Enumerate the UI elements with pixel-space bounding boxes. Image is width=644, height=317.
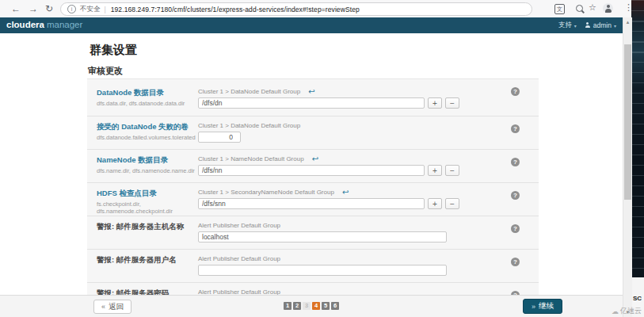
reset-to-default-icon[interactable]: ↩ bbox=[308, 89, 314, 95]
watermark-text: 亿速云 bbox=[620, 306, 642, 316]
continue-button-label: 继续 bbox=[539, 301, 554, 311]
remove-value-button[interactable]: − bbox=[445, 165, 459, 176]
scrollbar-thumb[interactable] bbox=[624, 44, 631, 200]
setting-value-input[interactable] bbox=[198, 198, 425, 209]
reset-to-default-icon[interactable]: ↩ bbox=[342, 189, 349, 196]
setting-row: DataNode 数据目录 dfs.data.dir, dfs.datanode… bbox=[87, 79, 539, 116]
page-title: 群集设置 bbox=[90, 43, 137, 58]
setting-label-link[interactable]: DataNode 数据目录 bbox=[97, 88, 198, 98]
setting-value-column: Cluster 1 > NameNode Default Group ↩ + − bbox=[198, 150, 539, 182]
watermark: ☁ 亿速云 bbox=[612, 306, 642, 316]
wizard-step-6[interactable]: 6 bbox=[331, 302, 339, 310]
setting-label-link[interactable]: 接受的 DataNode 失败的卷 bbox=[97, 122, 198, 132]
help-icon[interactable]: ? bbox=[511, 87, 520, 96]
remove-value-button[interactable]: − bbox=[445, 97, 459, 109]
wizard-step-pagination: 123456 bbox=[284, 302, 339, 310]
support-label: 支持 bbox=[558, 21, 572, 30]
role-group-label: Alert Publisher Default Group bbox=[198, 222, 280, 229]
scrollbar-up-icon[interactable]: ▲ bbox=[623, 20, 632, 25]
double-chevron-left-icon: « bbox=[101, 303, 105, 311]
user-icon bbox=[585, 22, 591, 29]
reset-to-default-icon[interactable]: ↩ bbox=[312, 156, 318, 162]
setting-label-link[interactable]: 警报: 邮件服务器用户名 bbox=[97, 255, 198, 265]
setting-property-names: dfs.datanode.failed.volumes.tolerated bbox=[97, 134, 198, 141]
cloudera-manager-logo[interactable]: clouderamanager bbox=[6, 20, 82, 29]
setting-label-link[interactable]: HDFS 检查点目录 bbox=[97, 189, 198, 199]
main-content: 群集设置 审核更改 DataNode 数据目录 dfs.data.dir, df… bbox=[0, 33, 623, 295]
add-value-button[interactable]: + bbox=[428, 198, 442, 209]
setting-value-input[interactable] bbox=[198, 265, 447, 276]
brand-primary: cloudera bbox=[6, 20, 44, 29]
help-icon[interactable]: ? bbox=[511, 224, 520, 233]
setting-label-link[interactable]: NameNode 数据目录 bbox=[97, 155, 198, 166]
url-text: 192.168.249.7:7180/cmf/clusters/1/expres… bbox=[111, 6, 360, 13]
wizard-step-3[interactable]: 3 bbox=[303, 302, 311, 310]
setting-name-column: NameNode 数据目录 dfs.name.dir, dfs.namenode… bbox=[97, 150, 198, 182]
setting-value-column: Cluster 1 > DataNode Default Group ↩ + − bbox=[198, 82, 539, 116]
setting-property-names: fs.checkpoint.dir, dfs.namenode.checkpoi… bbox=[97, 201, 198, 215]
omnibox-divider: | bbox=[105, 6, 106, 13]
site-info-icon[interactable]: i bbox=[67, 5, 76, 13]
setting-row: NameNode 数据目录 dfs.name.dir, dfs.namenode… bbox=[87, 150, 539, 183]
setting-value-column: Cluster 1 > DataNode Default Group bbox=[198, 116, 539, 149]
setting-name-column: DataNode 数据目录 dfs.data.dir, dfs.datanode… bbox=[97, 82, 198, 116]
setting-name-column: 警报: 邮件服务器主机名称 bbox=[97, 216, 198, 249]
setting-row: HDFS 检查点目录 fs.checkpoint.dir, dfs.nameno… bbox=[87, 183, 539, 216]
back-button-label: 返回 bbox=[109, 302, 124, 312]
bookmark-star-icon[interactable]: ☆ bbox=[589, 2, 596, 13]
wizard-step-4[interactable]: 4 bbox=[312, 302, 320, 310]
chevron-down-icon: ▾ bbox=[574, 23, 577, 29]
setting-property-names: dfs.name.dir, dfs.namenode.name.dir bbox=[97, 167, 198, 174]
setting-value-column: Alert Publisher Default Group bbox=[198, 216, 539, 249]
support-menu[interactable]: 支持 ▾ bbox=[558, 21, 577, 30]
setting-value-input[interactable] bbox=[198, 97, 425, 109]
help-icon[interactable]: ? bbox=[511, 191, 520, 200]
browser-forward-icon[interactable]: → bbox=[29, 2, 38, 15]
setting-row: 警报: 邮件服务器用户名 Alert Publisher Default Gro… bbox=[87, 250, 539, 283]
browser-back-icon[interactable]: ← bbox=[11, 2, 21, 15]
wizard-footer: « 返回 123456 » 继续 bbox=[0, 295, 623, 317]
security-label: 不安全 bbox=[80, 5, 101, 14]
vertical-scrollbar[interactable]: ▲ ▼ bbox=[623, 17, 632, 317]
setting-value-column: Cluster 1 > SecondaryNameNode Default Gr… bbox=[198, 183, 539, 216]
remove-value-button[interactable]: − bbox=[445, 198, 459, 209]
translate-icon[interactable]: 文 bbox=[554, 4, 565, 14]
zoom-icon[interactable] bbox=[576, 5, 583, 12]
wizard-step-2[interactable]: 2 bbox=[293, 302, 301, 310]
role-group-label: Cluster 1 > SecondaryNameNode Default Gr… bbox=[198, 189, 334, 196]
app-header: clouderamanager 支持 ▾ admin ▾ bbox=[0, 17, 623, 33]
settings-panel: DataNode 数据目录 dfs.data.dir, dfs.datanode… bbox=[87, 78, 539, 316]
role-group-label: Cluster 1 > DataNode Default Group bbox=[198, 88, 300, 95]
setting-name-column: 接受的 DataNode 失败的卷 dfs.datanode.failed.vo… bbox=[97, 116, 198, 149]
help-icon[interactable]: ? bbox=[511, 158, 520, 166]
browser-toolbar: ← → ↻ i 不安全 | 192.168.249.7:7180/cmf/clu… bbox=[0, 0, 631, 18]
add-value-button[interactable]: + bbox=[428, 165, 442, 176]
help-icon[interactable]: ? bbox=[511, 124, 520, 133]
setting-value-column: Alert Publisher Default Group bbox=[198, 250, 539, 282]
setting-property-names: dfs.data.dir, dfs.datanode.data.dir bbox=[97, 100, 198, 107]
browser-reload-icon[interactable]: ↻ bbox=[45, 2, 53, 15]
setting-name-column: 警报: 邮件服务器用户名 bbox=[97, 250, 198, 282]
setting-value-input[interactable] bbox=[198, 132, 241, 143]
setting-name-column: HDFS 检查点目录 fs.checkpoint.dir, dfs.nameno… bbox=[97, 183, 198, 216]
continue-button[interactable]: » 继续 bbox=[523, 299, 562, 314]
browser-profile-avatar[interactable] bbox=[603, 3, 613, 13]
wizard-step-5[interactable]: 5 bbox=[322, 302, 330, 310]
chevron-down-icon: ▾ bbox=[614, 23, 616, 29]
setting-value-input[interactable] bbox=[198, 165, 425, 176]
back-button[interactable]: « 返回 bbox=[93, 300, 131, 314]
desktop-background-strip bbox=[631, 0, 644, 317]
section-title: 审核更改 bbox=[88, 65, 123, 77]
wizard-step-1[interactable]: 1 bbox=[284, 302, 292, 310]
role-group-label: Cluster 1 > NameNode Default Group bbox=[198, 155, 304, 162]
setting-row: 接受的 DataNode 失败的卷 dfs.datanode.failed.vo… bbox=[87, 116, 539, 150]
add-value-button[interactable]: + bbox=[428, 97, 442, 109]
setting-label-link[interactable]: 警报: 邮件服务器主机名称 bbox=[97, 222, 198, 232]
brand-secondary: manager bbox=[47, 20, 82, 29]
user-menu[interactable]: admin ▾ bbox=[585, 21, 616, 29]
help-icon[interactable]: ? bbox=[511, 258, 520, 266]
role-group-label: Cluster 1 > DataNode Default Group bbox=[198, 122, 300, 129]
address-bar[interactable]: i 不安全 | 192.168.249.7:7180/cmf/clusters/… bbox=[60, 2, 532, 16]
role-group-label: Alert Publisher Default Group bbox=[198, 255, 280, 262]
setting-value-input[interactable] bbox=[198, 231, 447, 243]
